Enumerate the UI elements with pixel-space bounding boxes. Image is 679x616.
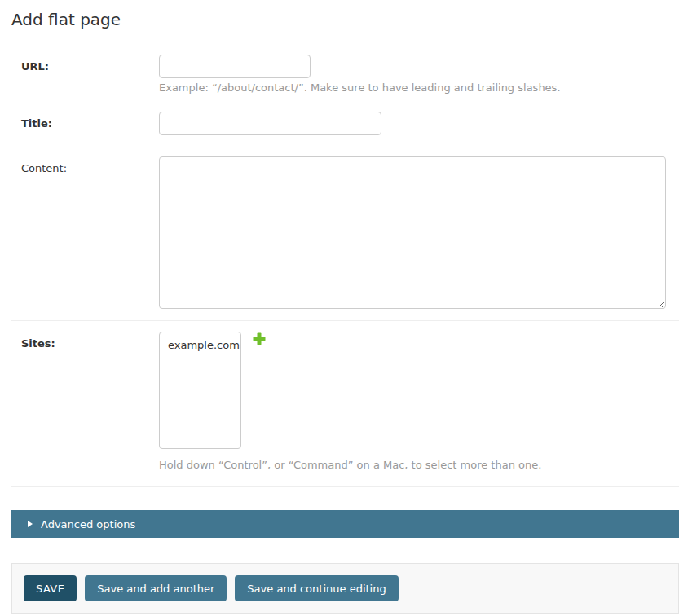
save-and-add-button[interactable]: Save and add another [85, 575, 227, 601]
title-label: Title: [21, 112, 159, 130]
site-option[interactable]: example.com [160, 337, 240, 354]
save-button[interactable]: SAVE [24, 575, 77, 601]
sites-select[interactable]: example.com [159, 332, 241, 449]
sites-help-text: Hold down “Control”, or “Command” on a M… [159, 459, 541, 471]
form-row-sites: Sites: example.com Hold down “Control”, … [11, 321, 679, 487]
form-row-content: Content: [11, 147, 679, 321]
url-help-text: Example: “/about/contact/”. Make sure to… [159, 81, 561, 94]
url-label: URL: [21, 55, 159, 73]
save-and-continue-button[interactable]: Save and continue editing [235, 575, 398, 601]
form-row-url: URL: Example: “/about/contact/”. Make su… [11, 43, 679, 103]
advanced-options-toggle[interactable]: Advanced options [11, 510, 679, 538]
sites-label: Sites: [21, 332, 159, 350]
content-label: Content: [21, 156, 159, 174]
add-icon [253, 332, 266, 345]
content-area: Add flat page URL: Example: “/about/cont… [11, 10, 679, 614]
page-title: Add flat page [11, 10, 679, 29]
advanced-options-label: Advanced options [41, 518, 135, 530]
flatpage-form: URL: Example: “/about/contact/”. Make su… [11, 43, 679, 487]
form-row-title: Title: [11, 103, 679, 147]
url-input[interactable] [159, 55, 311, 78]
title-input[interactable] [159, 112, 381, 135]
submit-row: SAVE Save and add another Save and conti… [11, 563, 679, 614]
content-textarea[interactable] [159, 156, 666, 309]
collapse-arrow-icon [28, 521, 33, 527]
add-site-button[interactable] [253, 332, 266, 345]
